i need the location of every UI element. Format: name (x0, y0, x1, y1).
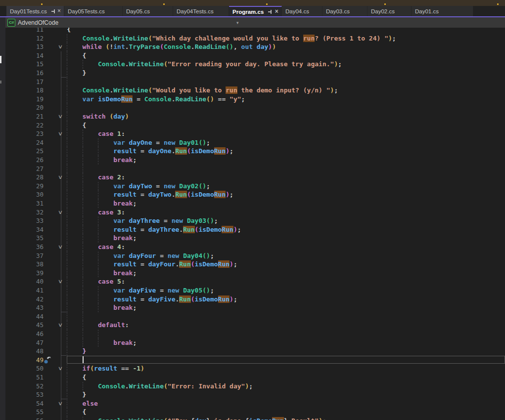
code-line-52[interactable]: 52 Console.WriteLine("Error: Invalid day… (5, 382, 505, 391)
tab-day04tests-cs[interactable]: Day04Tests.cs (173, 6, 229, 16)
code-line-39[interactable]: 39 break; (5, 269, 505, 278)
tab-day01-cs[interactable]: Day01.cs (412, 6, 473, 16)
code-line-51[interactable]: 51 { (5, 373, 505, 382)
titlebar-speck (497, 3, 499, 5)
quick-actions-screwdriver-icon[interactable] (44, 357, 51, 364)
breadcrumb-project[interactable]: AdvendOfCode (18, 19, 58, 26)
pin-icon[interactable] (268, 9, 273, 15)
line-number: 16 (20, 69, 44, 77)
code-line-34[interactable]: 34 result = dayThree.Run(isDemoRun); (5, 225, 505, 234)
code-line-55[interactable]: 55 { (5, 408, 505, 417)
code-line-27[interactable]: 27 (5, 165, 505, 173)
code-text: Console.WriteLine($"Day {day} is done {i… (51, 417, 326, 420)
indent-guide (98, 330, 99, 338)
line-number: 48 (20, 347, 44, 355)
code-line-49[interactable]: 49 (5, 356, 505, 365)
tab-day03-cs[interactable]: Day03.cs (322, 6, 367, 16)
code-line-40[interactable]: 40∨ case 5: (5, 277, 505, 286)
code-line-53[interactable]: 53 } (5, 390, 505, 399)
code-line-43[interactable]: 43 break; (5, 303, 505, 312)
code-line-21[interactable]: 21∨ switch (day) (5, 112, 505, 121)
code-line-16[interactable]: 16 } (5, 69, 505, 78)
line-number: 45 (20, 321, 44, 329)
code-text: result = dayOne.Run(isDemoRun); (51, 147, 233, 156)
code-line-44[interactable]: 44 (5, 312, 505, 321)
csharp-project-icon: C# (7, 19, 15, 27)
tab-day02-cs[interactable]: Day02.cs (367, 6, 412, 16)
line-number: 54 (20, 400, 44, 407)
fold-region-end-tick (61, 355, 66, 356)
code-line-50[interactable]: 50∨ if(result == -1) (5, 364, 505, 373)
code-line-22[interactable]: 22 { (5, 121, 505, 130)
tab-day05tests-cs[interactable]: Day05Tests.cs (64, 6, 123, 16)
code-line-46[interactable]: 46 (5, 330, 505, 338)
reference-highlight: Run (175, 147, 186, 155)
code-line-38[interactable]: 38 result = dayFour.Run(isDemoRun); (5, 260, 505, 269)
code-line-17[interactable]: 17 (5, 78, 505, 86)
code-line-54[interactable]: 54∨ else (5, 399, 505, 408)
code-editor[interactable]: 11 {12 Console.WriteLine("Which day chal… (5, 28, 505, 420)
tab-day05-cs[interactable]: Day05.cs (123, 6, 173, 16)
code-line-56[interactable]: 56 Console.WriteLine($"Day {day} is done… (5, 417, 505, 420)
line-number: 24 (20, 139, 44, 146)
indent-guide (67, 165, 68, 173)
reference-highlight: Run (175, 191, 186, 198)
breadcrumb-bar[interactable]: C# AdvendOfCode ▾ (5, 17, 505, 28)
code-text: Console.WriteLine("Error: Invalid day"); (51, 382, 253, 391)
code-line-20[interactable]: 20 (5, 103, 505, 112)
code-line-11[interactable]: 11 { (5, 28, 505, 34)
code-text: switch (day) (51, 112, 129, 121)
code-line-30[interactable]: 30 result = dayTwo.Run(isDemoRun); (5, 190, 505, 199)
code-line-29[interactable]: 29 var dayTwo = new Day02(); (5, 182, 505, 191)
reference-highlight: Run (179, 295, 190, 303)
code-line-12[interactable]: 12 Console.WriteLine("Which day challeng… (5, 34, 505, 43)
code-line-23[interactable]: 23∨ case 1: (5, 129, 505, 138)
code-line-47[interactable]: 47 break; (5, 338, 505, 347)
code-line-15[interactable]: 15 Console.WriteLine("Error reading your… (5, 60, 505, 69)
code-line-45[interactable]: 45∨ default: (5, 321, 505, 330)
line-number: 47 (20, 339, 44, 346)
indent-guide (67, 330, 68, 338)
code-text: break; (51, 156, 137, 165)
close-icon[interactable]: × (274, 8, 279, 15)
code-line-28[interactable]: 28∨ case 2: (5, 173, 505, 182)
code-line-48[interactable]: 48 } (5, 347, 505, 356)
code-text: case 4: (51, 243, 125, 252)
titlebar-speck (384, 3, 386, 5)
code-line-13[interactable]: 13∨ while (!int.TryParse(Console.ReadLin… (5, 42, 505, 51)
code-line-32[interactable]: 32∨ case 3: (5, 208, 505, 217)
code-line-42[interactable]: 42 result = dayFive.Run(isDemoRun); (5, 295, 505, 304)
line-number: 32 (20, 209, 44, 216)
code-text: var dayFive = new Day05(); (51, 286, 214, 295)
code-line-36[interactable]: 36∨ case 4: (5, 243, 505, 252)
reference-highlight: Run (272, 417, 283, 420)
code-line-41[interactable]: 41 var dayFive = new Day05(); (5, 286, 505, 295)
close-icon[interactable]: × (56, 8, 62, 15)
code-line-19[interactable]: 19 var isDemoRun = Console.ReadLine() ==… (5, 95, 505, 104)
line-number: 41 (20, 287, 44, 294)
line-number: 13 (20, 43, 44, 50)
text-cursor (83, 356, 84, 363)
chevron-down-icon[interactable]: ▾ (236, 20, 239, 25)
code-line-26[interactable]: 26 break; (5, 156, 505, 165)
tab-day04-cs[interactable]: Day04.cs (282, 6, 322, 16)
pin-icon[interactable] (51, 8, 55, 14)
line-number: 12 (20, 35, 44, 42)
tab-program-cs[interactable]: Program.cs× (229, 6, 282, 16)
code-line-14[interactable]: 14 { (5, 51, 505, 60)
code-line-18[interactable]: 18 Console.WriteLine("Would you like to … (5, 86, 505, 95)
code-line-31[interactable]: 31 break; (5, 199, 505, 208)
code-line-25[interactable]: 25 result = dayOne.Run(isDemoRun); (5, 147, 505, 156)
line-number: 43 (20, 304, 44, 311)
indent-guide (67, 78, 68, 86)
code-line-37[interactable]: 37 var dayFour = new Day04(); (5, 252, 505, 260)
tab-label: Day01.cs (412, 8, 442, 14)
code-line-24[interactable]: 24 var dayOne = new Day01(); (5, 138, 505, 147)
line-number: 31 (20, 200, 44, 207)
code-line-33[interactable]: 33 var dayThree = new Day03(); (5, 216, 505, 225)
tab-day01tests-cs[interactable]: Day01Tests.cs× (6, 6, 64, 16)
reference-highlight: Run (214, 147, 226, 155)
line-number: 18 (20, 86, 44, 94)
code-line-35[interactable]: 35 break; (5, 234, 505, 243)
code-text: { (51, 408, 86, 417)
